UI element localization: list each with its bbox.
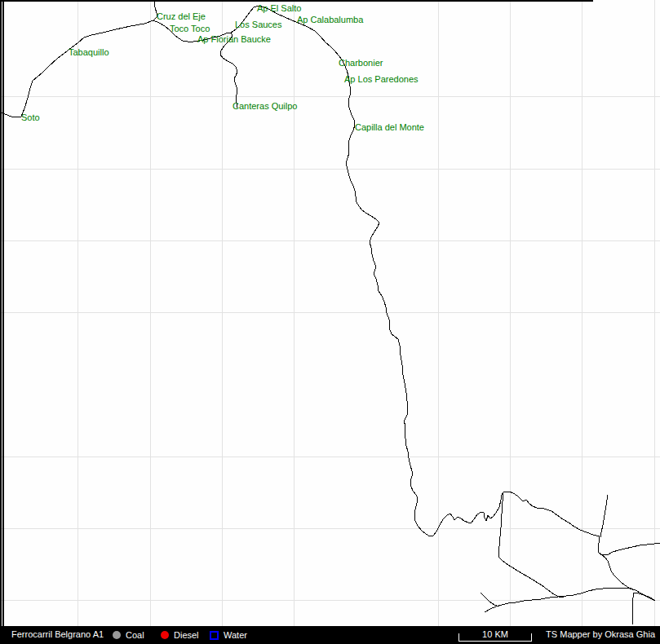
railway-line-sw-spur [481, 593, 498, 607]
railway-line-main-south [231, 6, 504, 536]
diesel-icon [161, 631, 169, 639]
scale-bar: 10 KM [458, 626, 532, 644]
window-border-top [0, 0, 593, 2]
scale-line [458, 641, 532, 642]
scale-tick-left [458, 633, 459, 642]
station-label: Cruz del Eje [157, 11, 206, 21]
scale-label: 10 KM [458, 629, 532, 639]
station-label: Canteras Quilpo [233, 101, 298, 111]
route-name-label: Ferrocarril Belgrano A1 [11, 629, 104, 639]
map-canvas: Cruz del EjeToco TocoAp El SaltoLos Sauc… [0, 0, 660, 626]
scale-tick-right [531, 633, 532, 642]
station-label: Los Sauces [235, 20, 281, 29]
status-bar: Ferrocarril Belgrano A1 CoalDieselWater … [0, 626, 660, 644]
station-label: Capilla del Monte [355, 122, 424, 132]
station-label: Soto [21, 112, 40, 122]
legend-label: Diesel [174, 630, 199, 640]
station-label: Ap El Salto [257, 3, 301, 13]
station-label: Ap Florian Baucke [197, 34, 271, 44]
railway-line-s-curve [598, 536, 633, 589]
coal-icon [113, 631, 121, 639]
legend-item-diesel: Diesel [161, 626, 199, 644]
legend-item-water: Water [210, 626, 247, 644]
window-border-left-inner [2, 0, 4, 626]
railway-line-east-edge-branch [601, 543, 660, 555]
station-label: Ap Calabalumba [297, 15, 363, 24]
railway-svg [0, 0, 660, 626]
station-label: Toco Toco [170, 24, 210, 33]
station-label: Ap Los Paredones [344, 74, 419, 84]
legend-label: Coal [126, 630, 144, 640]
railway-line-east-ridge [504, 492, 600, 536]
water-icon [210, 631, 219, 640]
station-label: Tabaquillo [69, 47, 109, 57]
station-label: Charbonier [339, 58, 383, 68]
ts-mapper-window: Cruz del EjeToco TocoAp El SaltoLos Sauc… [0, 0, 660, 644]
window-border-left [0, 0, 2, 626]
railway-line-vertical-spur [600, 495, 608, 537]
railway-line-west-main [0, 20, 153, 117]
railway-line-south-diagonal [498, 492, 564, 598]
legend-label: Water [224, 630, 247, 640]
legend-item-coal: Coal [113, 626, 144, 644]
railway-line-southern-line [485, 588, 655, 624]
credit-label: TS Mapper by Okrasa Ghia [546, 629, 655, 639]
